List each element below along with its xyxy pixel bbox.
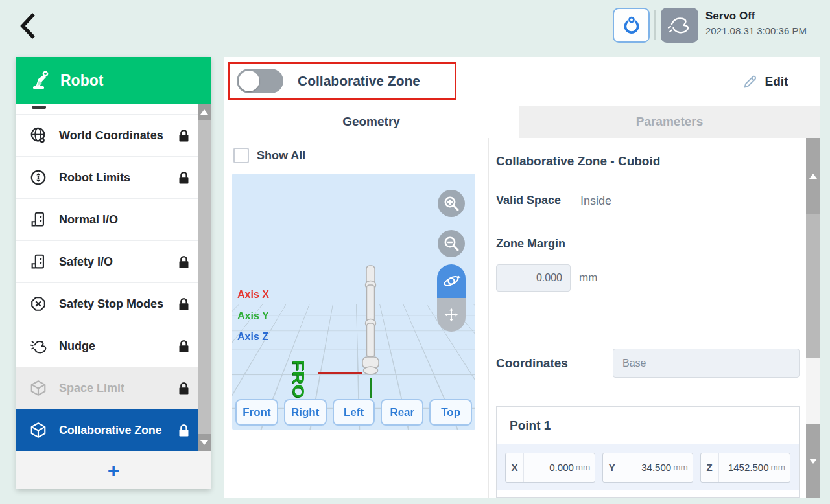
topbar-divider — [654, 10, 656, 40]
sidebar-item-label: Safety Stop Modes — [59, 297, 165, 311]
sidebar-item-world-coordinates[interactable]: World Coordinates — [16, 115, 211, 157]
point-z-field[interactable]: Z 1452.500 mm — [700, 453, 790, 483]
axis-letter: Y — [603, 453, 621, 482]
view-front-button[interactable]: Front — [235, 399, 278, 426]
nudge-hand-icon — [29, 337, 47, 355]
robot-model — [348, 263, 393, 383]
valid-space-label: Valid Space — [496, 194, 561, 207]
zoom-out-button[interactable] — [438, 230, 465, 257]
lock-icon — [176, 339, 191, 354]
zone-toggle-label: Collaborative Zone — [298, 73, 420, 89]
zoom-in-icon — [442, 194, 461, 213]
hand-icon — [667, 14, 693, 37]
axis-letter: Z — [701, 453, 719, 482]
point-z-value: 1452.500 — [719, 462, 769, 473]
scroll-up-button[interactable] — [806, 138, 820, 214]
limits-icon — [29, 168, 47, 187]
view-left-button[interactable]: Left — [333, 399, 375, 426]
zone-margin-label: Zone Margin — [496, 237, 565, 251]
scroll-down-button[interactable] — [198, 434, 211, 451]
pan-view-button[interactable] — [437, 298, 466, 332]
sidebar-item-safety-io[interactable]: Safety I/O — [16, 241, 211, 283]
section-divider — [496, 332, 799, 332]
point-x-field[interactable]: X 0.000 mm — [505, 453, 595, 483]
sidebar-header[interactable]: Robot — [16, 57, 211, 104]
edit-button[interactable]: Edit — [709, 57, 820, 106]
point-1-title: Point 1 — [497, 407, 799, 444]
sidebar-title: Robot — [60, 72, 103, 89]
point-y-field[interactable]: Y 34.500 mm — [602, 453, 693, 483]
arrow-up-icon — [200, 109, 208, 115]
edit-label: Edit — [765, 74, 788, 89]
servo-hand-button[interactable] — [661, 8, 698, 43]
sidebar-item-normal-io[interactable]: Normal I/O — [16, 199, 211, 241]
back-button[interactable] — [16, 8, 47, 44]
scrolled-item-fragment — [16, 104, 211, 115]
scroll-down-button[interactable] — [806, 424, 820, 498]
sidebar-item-safety-stop-modes[interactable]: Safety Stop Modes — [16, 283, 211, 325]
arrow-down-icon — [200, 440, 208, 445]
sidebar-item-nudge[interactable]: Nudge — [16, 325, 211, 367]
add-item-button[interactable]: + — [16, 451, 211, 489]
zone-margin-unit: mm — [579, 271, 597, 284]
unit-label: mm — [770, 463, 785, 472]
lock-icon — [176, 170, 191, 185]
point-1-section: Point 1 X 0.000 mm Y 34.500 mm Z 1452.50… — [496, 406, 800, 498]
show-all-checkbox[interactable] — [233, 148, 249, 163]
sidebar-item-collaborative-zone[interactable]: Collaborative Zone — [16, 409, 211, 452]
zoom-in-button[interactable] — [438, 190, 465, 217]
stop-octagon-icon — [29, 295, 47, 313]
lock-icon — [176, 297, 191, 312]
axis-z-label: Axis Z — [237, 331, 268, 343]
axis-letter: X — [506, 453, 524, 482]
highlight-red-box: Collaborative Zone — [228, 62, 456, 100]
back-chevron-icon — [16, 10, 39, 41]
gripper-cockpit-button[interactable] — [613, 8, 650, 43]
scrollbar-track[interactable] — [806, 358, 820, 424]
zone-margin-input[interactable] — [496, 264, 571, 292]
timestamp: 2021.08.31 3:00:36 PM — [706, 25, 807, 36]
unit-label: mm — [576, 463, 591, 472]
zoom-out-icon — [442, 234, 461, 253]
rotate-view-button[interactable] — [437, 264, 466, 298]
sidebar-item-label: Normal I/O — [59, 213, 191, 227]
column-divider — [488, 138, 489, 498]
robot-3d-viewer[interactable]: Axis X Axis Y Axis Z FRONT — [232, 174, 475, 430]
show-all-row: Show All — [233, 148, 305, 163]
point-x-value: 0.000 — [524, 462, 574, 473]
sidebar-item-space-limit[interactable]: Space Limit — [16, 367, 211, 409]
tab-bar: Geometry Parameters — [224, 106, 820, 138]
globe-icon — [29, 126, 47, 144]
tab-geometry[interactable]: Geometry — [224, 106, 519, 138]
move-icon — [443, 306, 460, 323]
point-1-fields: X 0.000 mm Y 34.500 mm Z 1452.500 mm — [497, 444, 799, 490]
toggle-knob — [239, 71, 259, 91]
lock-icon — [176, 128, 191, 143]
view-right-button[interactable]: Right — [284, 399, 327, 426]
sidebar-scrollbar[interactable] — [198, 104, 211, 451]
main-panel: Collaborative Zone Edit Geometry Paramet… — [224, 57, 820, 498]
axis-x-line — [318, 372, 362, 374]
show-all-label: Show All — [257, 149, 305, 163]
axis-y-label: Axis Y — [237, 310, 269, 322]
scroll-up-button[interactable] — [198, 104, 211, 120]
view-top-button[interactable]: Top — [429, 399, 472, 426]
tab-parameters[interactable]: Parameters — [519, 106, 820, 138]
sidebar-item-robot-limits[interactable]: Robot Limits — [16, 157, 211, 199]
view-rear-button[interactable]: Rear — [381, 399, 423, 426]
collaborative-zone-toggle[interactable] — [237, 69, 283, 93]
scrollbar-thumb[interactable] — [806, 214, 820, 358]
cube-icon — [29, 379, 47, 397]
view-buttons: Front Right Left Rear Top — [235, 399, 472, 426]
robot-arm-icon — [29, 69, 51, 91]
plus-icon: + — [108, 460, 120, 481]
arrow-up-icon — [809, 174, 817, 179]
sidebar-item-label: Safety I/O — [59, 255, 165, 269]
cube-icon — [29, 421, 47, 439]
zone-type-title: Collaborative Zone - Cuboid — [496, 154, 660, 168]
properties-scrollbar[interactable] — [806, 138, 820, 498]
zone-header: Collaborative Zone Edit — [224, 57, 820, 106]
coordinates-select[interactable]: Base — [613, 349, 800, 378]
sidebar-menu: World Coordinates Robot Limits Normal I/… — [16, 104, 211, 451]
sidebar: Robot World Coordinates Robot Limits Nor… — [16, 57, 211, 489]
